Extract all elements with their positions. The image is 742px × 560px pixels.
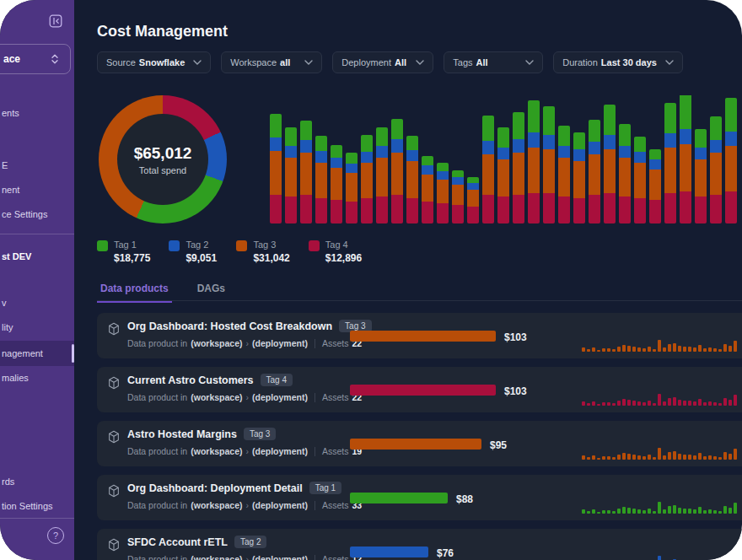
mini-bar	[632, 509, 636, 514]
bar-segment	[649, 149, 661, 159]
bar-segment	[558, 158, 570, 197]
bar-segment	[573, 132, 585, 149]
sidebar-item[interactable]: ents	[0, 107, 76, 119]
mini-bar	[693, 401, 696, 406]
filter-dropdown[interactable]: DeploymentAll	[332, 51, 433, 73]
legend-swatch	[97, 240, 108, 251]
bar-segment	[589, 195, 600, 223]
cost-bar	[350, 439, 481, 450]
legend-item: Tag 3$31,042	[236, 240, 289, 264]
sidebar-item[interactable]: nent	[0, 184, 76, 196]
mini-bar	[597, 458, 600, 460]
mini-bar	[643, 456, 646, 460]
bar-segment	[695, 159, 707, 197]
stacked-bar	[482, 116, 494, 223]
data-product-row[interactable]: Astro Hosted MarginsTag 3Data product in…	[97, 421, 742, 466]
bar-segment	[558, 197, 570, 223]
mini-bar	[648, 509, 651, 514]
filter-dropdown[interactable]: TagsAll	[444, 51, 543, 73]
sidebar-item[interactable]: tion Settings	[0, 500, 76, 512]
tab-data-products[interactable]: Data products	[97, 283, 172, 303]
bar-segment	[467, 207, 479, 223]
sidebar-item[interactable]: nagement	[0, 347, 76, 359]
mini-bar	[734, 341, 737, 352]
cost-value: $88	[456, 493, 473, 505]
data-product-breadcrumb: Data product in(workspace)›(deployment)A…	[127, 338, 362, 348]
tag-badge: Tag 1	[309, 482, 341, 494]
bar-segment	[497, 148, 509, 159]
tab-dags[interactable]: DAGs	[194, 283, 229, 303]
workspace-selector[interactable]: ace	[0, 44, 71, 74]
mini-bar	[729, 346, 732, 352]
cost-bar	[350, 385, 496, 396]
mini-bar	[637, 455, 641, 460]
help-icon[interactable]: ?	[47, 527, 64, 544]
data-product-row[interactable]: Org Dashboard: Deployment DetailTag 1Dat…	[97, 475, 742, 520]
legend-tag-label: Tag 4	[325, 240, 362, 250]
mini-bar	[678, 346, 681, 352]
mini-bar	[648, 401, 651, 406]
sidebar-item[interactable]: v	[0, 297, 76, 309]
bar-segment	[422, 165, 433, 175]
mini-bar	[703, 402, 707, 406]
tag-badge: Tag 3	[244, 428, 276, 440]
sidebar-item[interactable]: E	[0, 159, 76, 171]
cost-bar	[350, 331, 496, 342]
sidebar-item[interactable]: st DEV	[0, 250, 76, 262]
mini-bar	[698, 453, 702, 460]
cost-value: $103	[504, 331, 527, 343]
cost-bar	[350, 493, 448, 503]
bar-segment	[497, 197, 509, 223]
filter-dropdown[interactable]: DurationLast 30 days	[553, 51, 683, 73]
mini-bar	[612, 457, 616, 460]
sidebar-item[interactable]: rds	[0, 476, 76, 487]
stacked-bar	[315, 136, 327, 223]
legend-tag-label: Tag 3	[253, 240, 289, 250]
mini-bar	[658, 448, 661, 460]
filter-dropdown[interactable]: Workspaceall	[221, 51, 322, 73]
bar-segment	[300, 121, 312, 140]
bar-segment	[634, 163, 646, 198]
stacked-bar	[634, 137, 646, 223]
data-product-row[interactable]: Current Astro CustomersTag 4Data product…	[97, 367, 742, 412]
bar-segment	[270, 195, 282, 223]
mini-bar	[582, 509, 585, 514]
bar-segment	[437, 203, 449, 223]
sidebar-item[interactable]: ce Settings	[0, 208, 76, 220]
sidebar-item[interactable]: lity	[0, 321, 76, 333]
data-product-title: Org Dashboard: Deployment Detail	[127, 482, 303, 494]
vertical-divider	[315, 555, 315, 560]
tag-badge: Tag 2	[234, 536, 266, 548]
bar-segment	[664, 193, 676, 223]
bar-segment	[315, 136, 327, 151]
mini-bar	[668, 452, 671, 460]
stacked-bar	[406, 136, 418, 223]
breadcrumb-workspace: (workspace)	[191, 338, 242, 348]
mini-bar	[718, 457, 722, 460]
bar-segment	[437, 163, 449, 171]
mini-bar	[582, 347, 585, 352]
bar-segment	[452, 177, 464, 185]
mini-bar	[582, 401, 585, 406]
mini-bar	[597, 512, 600, 514]
sidebar-collapse-icon[interactable]	[49, 14, 62, 28]
mini-bar	[648, 347, 651, 352]
mini-bar	[708, 347, 712, 352]
sidebar-item[interactable]: malies	[0, 372, 76, 384]
mini-bar	[602, 402, 605, 406]
bar-segment	[573, 161, 585, 198]
mini-bar	[612, 403, 616, 406]
bar-segment	[513, 153, 524, 195]
bar-segment	[467, 190, 479, 207]
data-product-cube-icon	[107, 322, 121, 339]
data-product-row[interactable]: SFDC Account rETLTag 2Data product in(wo…	[97, 529, 742, 560]
bar-segment	[725, 132, 737, 146]
mini-bar	[723, 398, 727, 406]
bar-segment	[482, 154, 494, 195]
bar-segment	[695, 129, 707, 148]
bar-segment	[619, 197, 631, 223]
bar-segment	[467, 177, 479, 183]
stacked-bar	[573, 132, 585, 223]
data-product-row[interactable]: Org Dashboard: Hosted Cost BreakdownTag …	[97, 313, 742, 358]
filter-dropdown[interactable]: SourceSnowflake	[97, 51, 211, 73]
